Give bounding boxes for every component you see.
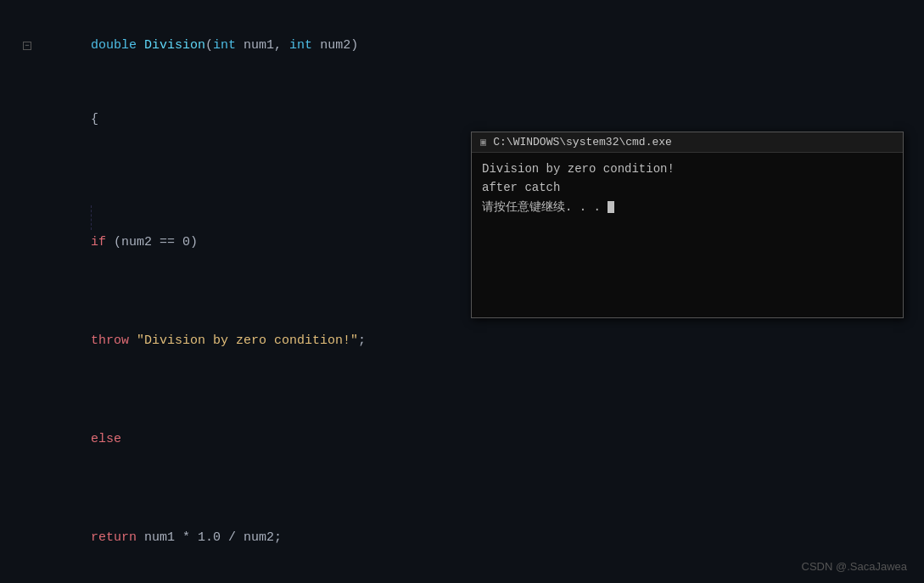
token: num2) — [312, 38, 358, 53]
watermark: CSDN @.SacaJawea — [802, 560, 907, 573]
token: num1 * 1.0 / num2; — [137, 530, 282, 545]
token: ; — [358, 334, 366, 348]
token: return — [91, 530, 137, 545]
token: ( — [205, 38, 213, 53]
token — [137, 38, 144, 53]
cmd-icon: ▣ — [480, 136, 486, 149]
token: (num2 == 0) — [106, 235, 198, 249]
token: int — [213, 38, 236, 53]
gutter-1: − — [0, 42, 38, 50]
line-content-7: } — [38, 575, 924, 583]
line-content-6: return num1 * 1.0 / num2; — [38, 476, 924, 575]
cmd-output-2: after catch — [482, 178, 893, 197]
token — [129, 334, 137, 348]
collapse-btn-1[interactable]: − — [23, 42, 31, 50]
token: int — [289, 38, 312, 53]
code-line-7: } — [0, 575, 924, 583]
token: { — [91, 112, 98, 126]
code-line-1: − double Division(int num1, int num2) — [0, 8, 924, 82]
cmd-output-3: 请按任意键继续. . . — [482, 198, 893, 216]
line-content-1: double Division(int num1, int num2) — [38, 8, 924, 82]
line-content-5: else — [38, 378, 924, 476]
token: "Division by zero condition!" — [137, 334, 358, 348]
token: num1, — [236, 38, 289, 53]
token: else — [91, 432, 121, 446]
cmd-cursor — [608, 201, 614, 213]
cmd-window[interactable]: ▣ C:\WINDOWS\system32\cmd.exe Division b… — [471, 132, 904, 318]
token: if — [91, 235, 106, 249]
token: throw — [91, 334, 129, 348]
cmd-body: Division by zero condition! after catch … — [472, 153, 903, 223]
code-editor: − double Division(int num1, int num2) { … — [0, 0, 924, 583]
cmd-title: C:\WINDOWS\system32\cmd.exe — [493, 136, 672, 149]
token: Division — [144, 38, 205, 53]
code-line-5: else — [0, 378, 924, 476]
token: double — [91, 38, 137, 53]
cmd-output-1: Division by zero condition! — [482, 160, 893, 178]
code-line-6: return num1 * 1.0 / num2; — [0, 476, 924, 575]
cmd-titlebar: ▣ C:\WINDOWS\system32\cmd.exe — [472, 132, 903, 153]
